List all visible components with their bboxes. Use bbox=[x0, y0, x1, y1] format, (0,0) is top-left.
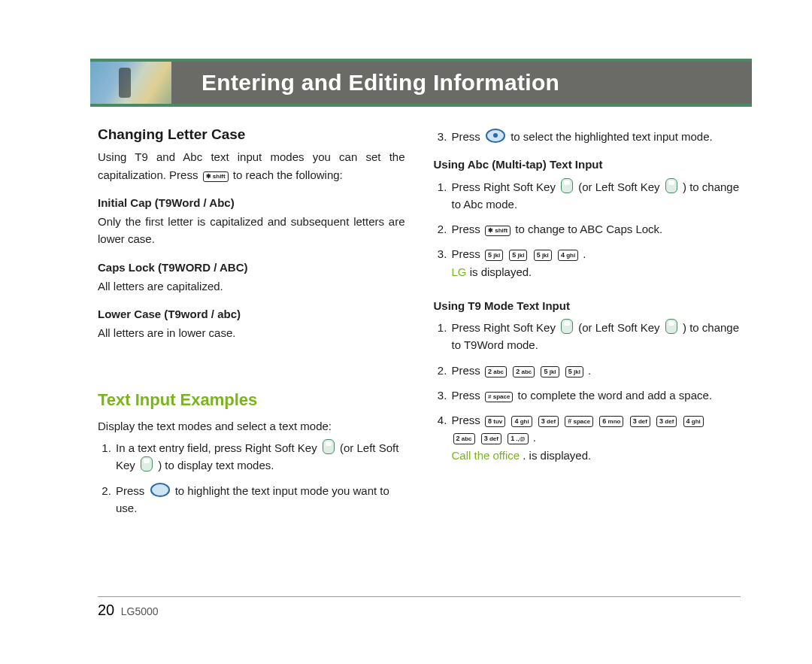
page-title: Entering and Editing Information bbox=[201, 70, 559, 96]
list-item: Press 5 jkl 5 jkl 5 jkl 4 ghi . LG is di… bbox=[450, 245, 741, 280]
list-item: Press ✱ shift to change to ABC Caps Lock… bbox=[450, 220, 741, 238]
keypad-key-icon: 1 .,@ bbox=[508, 433, 528, 444]
keypad-key-icon: 2 abc bbox=[485, 366, 507, 377]
list-item: Press 8 tuv 4 ghi 3 def # space 6 mno 3 … bbox=[450, 411, 741, 464]
right-softkey-icon bbox=[561, 319, 573, 334]
sub-heading: Using T9 Mode Text Input bbox=[434, 297, 741, 314]
step-list: In a text entry field, press Right Soft … bbox=[98, 439, 405, 517]
list-item: Press to highlight the text input mode y… bbox=[114, 482, 405, 517]
list-item: Press Right Soft Key (or Left Soft Key )… bbox=[450, 178, 741, 214]
sub-heading: Lower Case (T9word / abc) bbox=[98, 305, 405, 323]
list-item: Press 2 abc 2 abc 5 jkl 5 jkl . bbox=[450, 362, 741, 379]
keypad-key-icon: 3 def bbox=[481, 433, 501, 444]
keypad-key-icon: 4 ghi bbox=[511, 416, 532, 427]
hash-key-icon: # space bbox=[485, 392, 513, 402]
header-photo bbox=[90, 62, 171, 104]
right-softkey-icon bbox=[323, 439, 335, 454]
keypad-key-icon: 5 jkl bbox=[541, 366, 559, 377]
body-text: All letters are in lower case. bbox=[98, 324, 405, 341]
right-softkey-icon bbox=[561, 178, 573, 193]
list-item: Press to select the highlighted text inp… bbox=[450, 128, 741, 145]
body-text: All letters are capitalized. bbox=[98, 277, 405, 295]
star-key-icon: ✱ shift bbox=[203, 171, 229, 182]
manual-page: Entering and Editing Information Changin… bbox=[0, 0, 812, 664]
left-column: Changing Letter Case Using T9 and Abc te… bbox=[98, 123, 405, 524]
left-softkey-icon bbox=[141, 456, 153, 471]
keypad-key-icon: 3 def bbox=[538, 416, 559, 427]
step-list: Press Right Soft Key (or Left Soft Key )… bbox=[434, 178, 741, 280]
sub-heading: Using Abc (Multi-tap) Text Input bbox=[434, 156, 741, 173]
keypad-key-icon: 2 abc bbox=[513, 366, 535, 377]
page-number: 20 bbox=[98, 602, 114, 618]
star-key-icon: ✱ shift bbox=[485, 226, 511, 236]
sub-heading: Initial Cap (T9Word / Abc) bbox=[98, 194, 405, 211]
page-header: Entering and Editing Information bbox=[90, 59, 752, 107]
keypad-key-icon: 5 jkl bbox=[509, 250, 527, 261]
section-heading: Changing Letter Case bbox=[98, 123, 405, 145]
nav-ring-icon bbox=[150, 483, 170, 497]
step-list: Press Right Soft Key (or Left Soft Key )… bbox=[434, 319, 741, 464]
body-text: Only the first letter is capitalized and… bbox=[98, 213, 405, 248]
section-heading: Text Input Examples bbox=[98, 387, 405, 413]
keypad-key-icon: 4 ghi bbox=[683, 416, 704, 427]
step-list: Press to select the highlighted text inp… bbox=[434, 128, 741, 145]
display-result: LG bbox=[452, 265, 467, 278]
keypad-key-icon: 5 jkl bbox=[534, 250, 552, 261]
ok-key-icon bbox=[486, 129, 505, 143]
right-column: Press to select the highlighted text inp… bbox=[434, 123, 741, 524]
keypad-key-icon: 2 abc bbox=[453, 433, 475, 444]
keypad-key-icon: 8 tuv bbox=[485, 416, 505, 427]
list-item: Press Right Soft Key (or Left Soft Key )… bbox=[450, 319, 741, 354]
list-item: Press # space to complete the word and a… bbox=[450, 387, 741, 404]
list-item: In a text entry field, press Right Soft … bbox=[114, 439, 405, 475]
sub-heading: Caps Lock (T9WORD / ABC) bbox=[98, 259, 405, 276]
left-softkey-icon bbox=[665, 319, 677, 334]
display-result: Call the office bbox=[452, 449, 520, 462]
keypad-key-icon: # space bbox=[565, 416, 593, 427]
body-text: Display the text modes and select a text… bbox=[98, 417, 405, 435]
model-label: LG5000 bbox=[121, 605, 159, 617]
left-softkey-icon bbox=[665, 178, 677, 193]
keypad-key-icon: 3 def bbox=[656, 416, 677, 427]
keypad-key-icon: 3 def bbox=[630, 416, 650, 427]
keypad-key-icon: 4 ghi bbox=[558, 250, 578, 261]
body-text: Using T9 and Abc text input modes you ca… bbox=[98, 148, 405, 183]
keypad-key-icon: 5 jkl bbox=[565, 366, 583, 377]
page-footer: 20 LG5000 bbox=[98, 596, 741, 619]
keypad-key-icon: 6 mno bbox=[599, 416, 623, 427]
keypad-key-icon: 5 jkl bbox=[485, 250, 503, 261]
